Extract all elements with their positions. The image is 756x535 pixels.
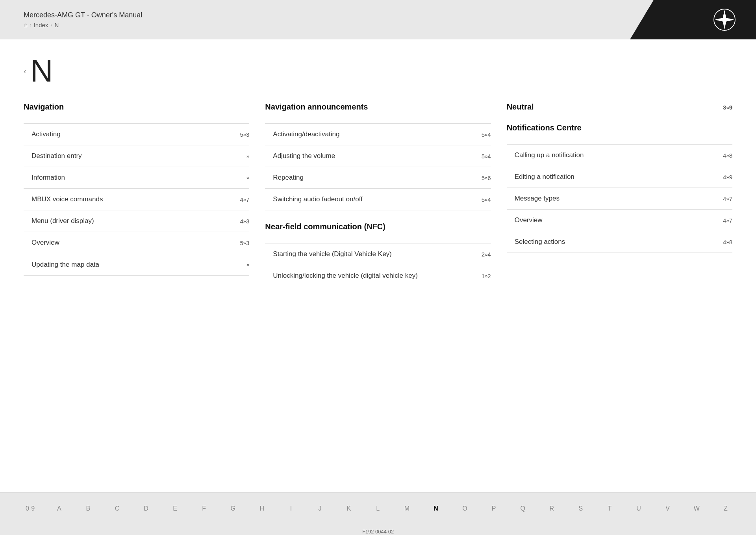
alpha-o[interactable]: O — [450, 502, 480, 515]
entry-page: 4»8 — [723, 239, 732, 245]
entry-label: Menu (driver display) — [32, 217, 240, 225]
entry-overview-notifications[interactable]: Overview 4»7 — [507, 210, 732, 231]
alpha-r[interactable]: R — [537, 502, 567, 515]
page-arrow-icon: » — [726, 239, 729, 245]
nav-announcements-entries: Activating/deactivating 5»4 Adjusting th… — [265, 123, 491, 210]
entry-overview-nav[interactable]: Overview 5»3 — [24, 232, 249, 254]
alphabet-bar: 0 9 A B C D E F G H I J K L M N O P Q R … — [0, 492, 756, 524]
entry-activating[interactable]: Activating 5»3 — [24, 124, 249, 145]
alpha-k[interactable]: K — [335, 502, 364, 515]
page-arrow-icon: » — [243, 240, 246, 246]
heading-neutral-label: Neutral — [507, 102, 534, 111]
alpha-z[interactable]: Z — [711, 502, 740, 515]
alpha-p[interactable]: P — [480, 502, 509, 515]
breadcrumb-index[interactable]: Index — [34, 22, 48, 28]
entry-page: 5»4 — [482, 153, 491, 160]
alpha-w[interactable]: W — [682, 502, 712, 515]
entry-label: Overview — [515, 216, 723, 225]
alpha-j[interactable]: J — [306, 502, 335, 515]
page-arrow-icon: » — [243, 197, 246, 202]
entry-message-types[interactable]: Message types 4»7 — [507, 188, 732, 210]
entry-label: Activating/deactivating — [273, 130, 481, 139]
page-arrow-icon: » — [485, 273, 487, 279]
nfc-entries: Starting the vehicle (Digital Vehicle Ke… — [265, 243, 491, 287]
entry-page: 5»3 — [240, 240, 249, 246]
alpha-e[interactable]: E — [161, 502, 190, 515]
current-letter: N — [30, 55, 53, 87]
entry-label: Activating — [32, 130, 240, 139]
column-neutral-notifications: Neutral 3»9 Notifications Centre Calling… — [507, 102, 732, 287]
entry-label: Unlocking/locking the vehicle (digital v… — [273, 271, 481, 280]
alpha-v[interactable]: V — [653, 502, 682, 515]
entry-label: Calling up a notification — [515, 151, 723, 160]
entry-page: 5»4 — [482, 131, 491, 138]
entry-calling-up-notification[interactable]: Calling up a notification 4»8 — [507, 145, 732, 166]
entry-switching-audio-fadeout[interactable]: Switching audio fadeout on/off 5»4 — [265, 189, 491, 210]
footer-code-text: F192 0044 02 — [362, 529, 394, 535]
entry-menu-driver-display[interactable]: Menu (driver display) 4»3 — [24, 210, 249, 232]
alpha-h[interactable]: H — [248, 502, 277, 515]
alpha-b[interactable]: B — [74, 502, 103, 515]
alpha-d[interactable]: D — [132, 502, 161, 515]
heading-nfc: Near-field communication (NFC) — [265, 222, 491, 235]
section-notifications-centre: Notifications Centre Calling up a notifi… — [507, 123, 732, 253]
alpha-m[interactable]: M — [393, 502, 422, 515]
heading-notifications-centre: Notifications Centre — [507, 123, 732, 136]
column-navigation: Navigation Activating 5»3 Destination en… — [24, 102, 249, 287]
entry-label: Switching audio fadeout on/off — [273, 195, 481, 204]
heading-neutral: Neutral 3»9 — [507, 102, 732, 115]
entry-page: 4»8 — [723, 152, 732, 159]
entry-repeating[interactable]: Repeating 5»6 — [265, 167, 491, 189]
page-arrow-icon: » — [485, 153, 487, 159]
entry-label: Editing a notification — [515, 173, 723, 181]
page-arrow-icon: » — [726, 152, 729, 158]
alpha-g[interactable]: G — [219, 502, 248, 515]
alpha-t[interactable]: T — [595, 502, 624, 515]
heading-nav-announcements: Navigation announcements — [265, 102, 491, 115]
entry-page: 5»6 — [482, 175, 491, 181]
entry-activating-deactivating[interactable]: Activating/deactivating 5»4 — [265, 124, 491, 145]
entry-page: 1»2 — [482, 273, 491, 279]
alpha-c[interactable]: C — [103, 502, 132, 515]
breadcrumb-sep-1: › — [30, 22, 32, 28]
entry-page: » — [246, 153, 249, 159]
page-header: Mercedes-AMG GT - Owner's Manual ⌂ › Ind… — [0, 0, 756, 39]
entry-page: 4»7 — [240, 196, 249, 203]
alpha-q[interactable]: Q — [508, 502, 537, 515]
entry-page: 4»7 — [723, 217, 732, 224]
prev-letter-button[interactable]: ‹ — [24, 67, 26, 76]
entry-selecting-actions[interactable]: Selecting actions 4»8 — [507, 231, 732, 253]
entry-adjusting-volume[interactable]: Adjusting the volume 5»4 — [265, 145, 491, 167]
alpha-i[interactable]: I — [276, 502, 306, 515]
breadcrumb-current: N — [54, 22, 59, 28]
entry-label: Selecting actions — [515, 238, 723, 246]
entry-page: » — [246, 262, 249, 268]
entry-unlocking-locking-vehicle[interactable]: Unlocking/locking the vehicle (digital v… — [265, 265, 491, 287]
mercedes-star-icon — [713, 8, 736, 32]
entry-label: Repeating — [273, 173, 481, 182]
alpha-l[interactable]: L — [363, 502, 393, 515]
breadcrumb-home-icon[interactable]: ⌂ — [24, 22, 28, 29]
alpha-a[interactable]: A — [45, 502, 74, 515]
entry-information[interactable]: Information » — [24, 167, 249, 189]
entry-starting-vehicle-dvk[interactable]: Starting the vehicle (Digital Vehicle Ke… — [265, 243, 491, 265]
column-nav-announcements: Navigation announcements Activating/deac… — [265, 102, 491, 287]
heading-navigation: Navigation — [24, 102, 249, 115]
entry-destination-entry[interactable]: Destination entry » — [24, 145, 249, 167]
alpha-s[interactable]: S — [566, 502, 595, 515]
entry-page: » — [246, 175, 249, 181]
entry-label: Information — [32, 173, 246, 182]
page-arrow-icon: » — [726, 217, 729, 223]
entry-updating-map-data[interactable]: Updating the map data » — [24, 254, 249, 276]
entry-editing-notification[interactable]: Editing a notification 4»9 — [507, 166, 732, 188]
page-arrow-icon: » — [485, 197, 487, 202]
alpha-u[interactable]: U — [624, 502, 654, 515]
index-grid: Navigation Activating 5»3 Destination en… — [24, 102, 732, 287]
alpha-n[interactable]: N — [421, 502, 450, 515]
page-arrow-icon: » — [485, 132, 487, 137]
navigation-entries: Activating 5»3 Destination entry » Infor… — [24, 123, 249, 276]
page-arrow-icon: » — [485, 251, 487, 257]
alpha-f[interactable]: F — [190, 502, 219, 515]
entry-mbux-voice-commands[interactable]: MBUX voice commands 4»7 — [24, 189, 249, 210]
alpha-09[interactable]: 0 9 — [16, 502, 45, 515]
